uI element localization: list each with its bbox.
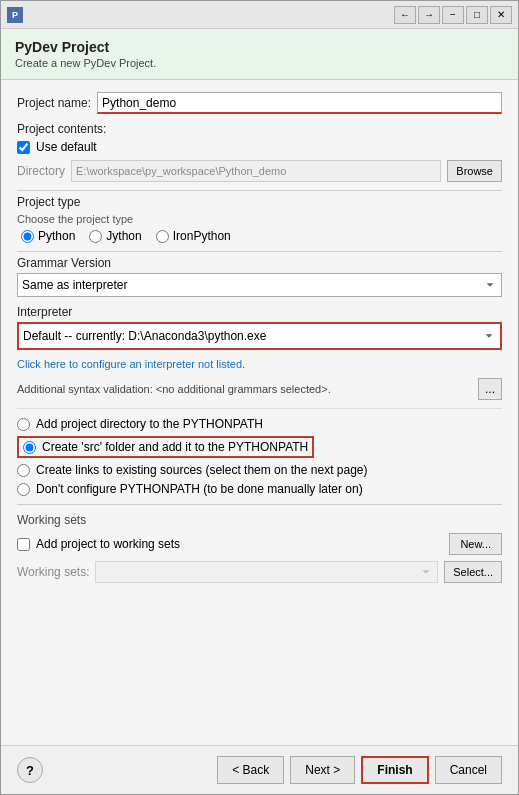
interpreter-select[interactable]: Default -- currently: D:\Anaconda3\pytho… [19,324,500,348]
directory-row: Directory Browse [17,160,502,182]
add-project-dir-option: Add project directory to the PYTHONPATH [17,417,502,431]
project-type-label: Project type [17,195,502,209]
add-project-dir-label: Add project directory to the PYTHONPATH [36,417,263,431]
create-links-label: Create links to existing sources (select… [36,463,368,477]
title-bar-controls: ← → − □ ✕ [394,6,512,24]
use-default-checkbox[interactable] [17,141,30,154]
project-type-radio-group: Python Jython IronPython [21,229,502,243]
add-to-ws-row: Add project to working sets New... [17,533,502,555]
dialog-subtitle: Create a new PyDev Project. [15,57,504,69]
browse-button[interactable]: Browse [447,160,502,182]
svg-text:P: P [12,10,18,20]
project-name-label: Project name: [17,96,91,110]
dont-configure-radio[interactable] [17,483,30,496]
project-type-section: Project type Choose the project type Pyt… [17,195,502,243]
jython-radio-item: Jython [89,229,141,243]
app-icon: P [7,7,23,23]
button-bar: ? < Back Next > Finish Cancel [1,745,518,794]
ws-select[interactable] [95,561,438,583]
interpreter-select-wrapper: Default -- currently: D:\Anaconda3\pytho… [17,322,502,350]
new-button[interactable]: New... [449,533,502,555]
title-bar: P ← → − □ ✕ [1,1,518,29]
directory-label: Directory [17,164,65,178]
maximize-btn[interactable]: □ [466,6,488,24]
use-default-text: Use default [36,140,97,154]
validation-text: Additional syntax validation: <no additi… [17,383,331,395]
header-section: PyDev Project Create a new PyDev Project… [1,29,518,80]
project-contents-label: Project contents: [17,122,502,136]
working-sets-title: Working sets [17,513,502,527]
use-default-row: Use default [17,140,502,154]
minimize-btn[interactable]: − [442,6,464,24]
dialog-title: PyDev Project [15,39,504,55]
next-button[interactable]: Next > [290,756,355,784]
create-src-option: Create 'src' folder and add it to the PY… [17,436,502,458]
working-sets-section: Working sets Add project to working sets… [17,504,502,583]
python-label: Python [38,229,75,243]
jython-radio[interactable] [89,230,102,243]
ws-label: Working sets: [17,565,89,579]
divider-1 [17,190,502,191]
main-window: P ← → − □ ✕ PyDev Project Create a new P… [0,0,519,795]
divider-2 [17,251,502,252]
nav-forward-btn[interactable]: → [418,6,440,24]
ironpython-radio-item: IronPython [156,229,231,243]
add-to-ws-checkbox[interactable] [17,538,30,551]
grammar-select[interactable]: Same as interpreter [17,273,502,297]
project-name-input[interactable] [97,92,502,114]
help-button[interactable]: ? [17,757,43,783]
ironpython-radio[interactable] [156,230,169,243]
pythonpath-section: Add project directory to the PYTHONPATH … [17,417,502,496]
title-bar-left: P [7,7,23,23]
close-btn[interactable]: ✕ [490,6,512,24]
config-link[interactable]: Click here to configure an interpreter n… [17,358,502,370]
content-area: Project name: Project contents: Use defa… [1,80,518,745]
ws-input-row: Working sets: Select... [17,561,502,583]
jython-label: Jython [106,229,141,243]
create-links-radio[interactable] [17,464,30,477]
python-radio-item: Python [21,229,75,243]
interpreter-section: Interpreter Default -- currently: D:\Ana… [17,305,502,350]
grammar-label: Grammar Version [17,256,502,270]
create-src-highlighted: Create 'src' folder and add it to the PY… [17,436,314,458]
interpreter-label: Interpreter [17,305,502,319]
project-name-row: Project name: [17,92,502,114]
create-links-option: Create links to existing sources (select… [17,463,502,477]
add-to-ws-label: Add project to working sets [36,537,180,551]
python-radio[interactable] [21,230,34,243]
select-button[interactable]: Select... [444,561,502,583]
action-buttons: < Back Next > Finish Cancel [217,756,502,784]
grammar-version-row: Grammar Version Same as interpreter [17,256,502,297]
ironpython-label: IronPython [173,229,231,243]
create-src-label: Create 'src' folder and add it to the PY… [42,440,308,454]
create-src-radio[interactable] [23,441,36,454]
back-button[interactable]: < Back [217,756,284,784]
cancel-button[interactable]: Cancel [435,756,502,784]
dont-configure-label: Don't configure PYTHONPATH (to be done m… [36,482,363,496]
nav-back-btn[interactable]: ← [394,6,416,24]
dont-configure-option: Don't configure PYTHONPATH (to be done m… [17,482,502,496]
choose-type-label: Choose the project type [17,213,502,225]
validation-row: Additional syntax validation: <no additi… [17,378,502,409]
directory-input[interactable] [71,160,441,182]
finish-button[interactable]: Finish [361,756,428,784]
add-project-dir-radio[interactable] [17,418,30,431]
dots-button[interactable]: ... [478,378,502,400]
